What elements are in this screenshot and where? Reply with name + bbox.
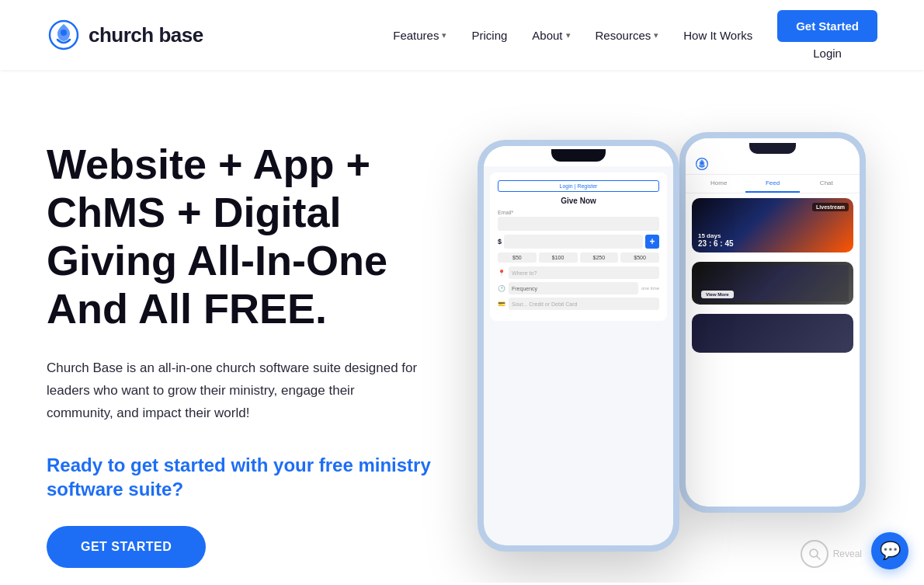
logo-icon: [47, 18, 81, 52]
clock-icon: 🕐: [498, 285, 505, 292]
phone-card-img-livestream: Livestream 15 days 23 : 6 : 45: [692, 198, 853, 252]
resources-chevron-icon: ▾: [654, 30, 658, 40]
phone-back-notch: [749, 143, 796, 154]
navbar: church base Features ▾ Pricing About ▾ R…: [0, 0, 924, 70]
email-label: Email*: [498, 210, 659, 215]
nav-links: Features ▾ Pricing About ▾ Resources ▾ H…: [393, 10, 877, 60]
bottom-hint: Reveal: [801, 540, 862, 568]
hint-search-icon: [801, 540, 828, 568]
plus-button[interactable]: +: [645, 235, 659, 249]
where-to-row: 📍 Where to?: [498, 266, 659, 279]
frequency-row: 🕐 Frequency one time: [498, 282, 659, 294]
quick-amt-50[interactable]: $50: [498, 252, 537, 263]
features-chevron-icon: ▾: [442, 30, 446, 40]
nav-pricing[interactable]: Pricing: [471, 29, 507, 42]
livestream-label: Livestream: [812, 203, 849, 211]
hero-section: Website + App + ChMS + Digital Giving Al…: [0, 70, 924, 583]
where-to-input-mock[interactable]: Where to?: [509, 266, 659, 279]
hero-subtext: Church Base is an all-in-one church soft…: [47, 357, 419, 425]
phone-back-header: [686, 154, 860, 175]
phone-back-tabs: Home Feed Chat: [686, 175, 860, 193]
frequency-label: Frequency: [512, 286, 537, 291]
phone-card-concert: View More: [692, 262, 853, 305]
source-label: Sour... Credit or Debit Card: [512, 301, 577, 307]
phone-tab-chat[interactable]: Chat: [800, 175, 853, 193]
nav-about[interactable]: About ▾: [532, 29, 570, 42]
dollar-sign: $: [498, 238, 502, 245]
days-label: 15 days: [698, 232, 734, 239]
hero-phones: Home Feed Chat Livestream 15 days 23 :: [466, 117, 877, 552]
svg-point-1: [61, 30, 67, 36]
phone-back: Home Feed Chat Livestream 15 days 23 :: [679, 132, 866, 513]
quick-amt-250[interactable]: $250: [580, 252, 619, 263]
quick-amt-500[interactable]: $500: [620, 252, 659, 263]
hero-content: Website + App + ChMS + Digital Giving Al…: [47, 117, 450, 568]
phone-card-extra: [692, 314, 853, 353]
nav-get-started-button[interactable]: Get Started: [777, 10, 877, 42]
source-input-mock[interactable]: Sour... Credit or Debit Card: [509, 298, 659, 310]
reveal-label: Reveal: [833, 548, 862, 559]
amount-input-mock[interactable]: [504, 235, 643, 249]
chat-icon: 💬: [880, 541, 901, 561]
brand-name: church base: [89, 23, 203, 47]
give-now-section: Login | Register Give Now Email* $ + $50…: [490, 172, 667, 321]
view-more-button[interactable]: View More: [701, 291, 734, 298]
give-now-title: Give Now: [498, 197, 659, 205]
phone-back-logo-icon: [695, 157, 709, 171]
location-icon: 📍: [498, 270, 505, 277]
phone-card-img-concert: View More: [692, 262, 853, 305]
svg-point-3: [700, 162, 703, 164]
phone-card-img-extra: [692, 314, 853, 353]
where-to-placeholder: Where to?: [512, 270, 537, 276]
phone-front-notch-wrap: [484, 146, 673, 166]
source-row: 💳 Sour... Credit or Debit Card: [498, 298, 659, 310]
countdown-label: 23 : 6 : 45: [698, 239, 734, 248]
phone-back-top: [686, 138, 860, 154]
phone-tab-home[interactable]: Home: [692, 175, 745, 193]
hero-get-started-button[interactable]: GET STARTED: [47, 526, 206, 568]
nav-how-it-works[interactable]: How It Works: [683, 29, 752, 42]
phones-container: Home Feed Chat Livestream 15 days 23 :: [478, 117, 866, 552]
phone-front-notch: [551, 149, 606, 162]
hero-cta-text: Ready to get started with your free mini…: [47, 453, 450, 501]
chat-widget[interactable]: 💬: [871, 532, 908, 569]
nav-resources[interactable]: Resources ▾: [596, 29, 659, 42]
phone-front-inner: Login | Register Give Now Email* $ + $50…: [484, 146, 673, 545]
frequency-input-mock[interactable]: Frequency: [509, 282, 638, 294]
phone-card-livestream: Livestream 15 days 23 : 6 : 45: [692, 198, 853, 252]
about-chevron-icon: ▾: [566, 30, 571, 40]
logo[interactable]: church base: [47, 18, 203, 52]
phone-front: Login | Register Give Now Email* $ + $50…: [478, 140, 679, 552]
svg-line-5: [817, 556, 820, 559]
quick-amounts: $50 $100 $250 $500: [498, 252, 659, 263]
nav-right: Get Started Login: [777, 10, 877, 60]
email-input-mock[interactable]: [498, 217, 659, 231]
one-time-label: one time: [641, 286, 659, 291]
login-register-bar[interactable]: Login | Register: [498, 180, 659, 192]
phone-tab-feed[interactable]: Feed: [745, 175, 799, 193]
quick-amt-100[interactable]: $100: [539, 252, 578, 263]
nav-features[interactable]: Features ▾: [393, 29, 446, 42]
nav-login-link[interactable]: Login: [813, 47, 842, 60]
hero-headline: Website + App + ChMS + Digital Giving Al…: [47, 140, 450, 333]
amount-row: $ +: [498, 235, 659, 249]
card-icon: 💳: [498, 301, 505, 308]
